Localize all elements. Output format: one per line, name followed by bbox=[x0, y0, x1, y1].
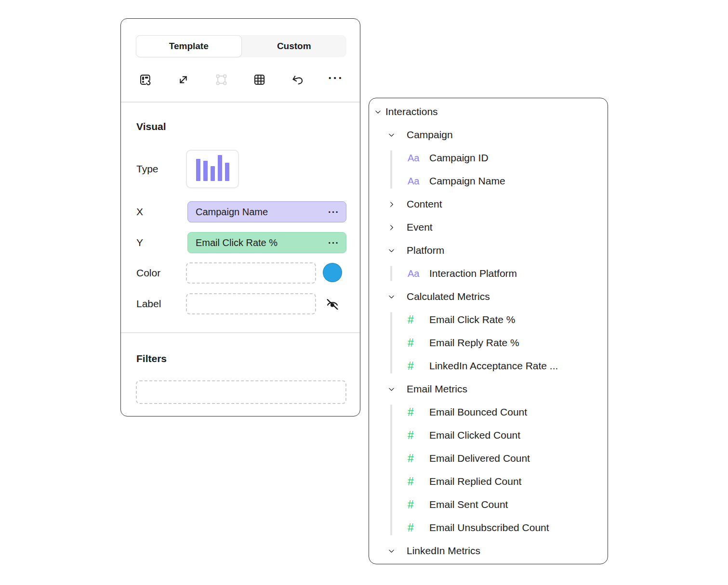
color-swatch[interactable] bbox=[323, 263, 342, 282]
number-field-icon: # bbox=[408, 475, 422, 488]
expand-button[interactable] bbox=[173, 71, 193, 90]
tree-group-campaign[interactable]: Campaign bbox=[369, 123, 608, 146]
eye-off-icon bbox=[325, 297, 340, 313]
undo-icon bbox=[291, 73, 304, 88]
tree-group-email-metrics[interactable]: Email Metrics bbox=[369, 377, 608, 401]
tree-field-email-unsubscribed-count[interactable]: # Email Unsubscribed Count bbox=[369, 516, 608, 539]
tree-field-email-clicked-count[interactable]: # Email Clicked Count bbox=[369, 424, 608, 447]
tree-field-label: Email Click Rate % bbox=[429, 314, 516, 325]
tree-group-label: Content bbox=[407, 198, 442, 210]
tree-group-calculated-metrics[interactable]: Calculated Metrics bbox=[369, 285, 608, 308]
tree-children-calculated-metrics: # Email Click Rate % # Email Reply Rate … bbox=[369, 308, 608, 377]
tree-children-campaign: Aa Campaign ID Aa Campaign Name bbox=[369, 146, 608, 193]
label-field-dropzone[interactable] bbox=[186, 293, 316, 314]
tab-switcher: Template Custom bbox=[136, 35, 346, 57]
tree-group-label: Campaign bbox=[407, 129, 453, 141]
number-field-icon: # bbox=[408, 406, 422, 419]
tree-field-email-reply-rate[interactable]: # Email Reply Rate % bbox=[369, 331, 608, 354]
tree-field-linkedin-acceptance-rate[interactable]: # LinkedIn Acceptance Rate ... bbox=[369, 354, 608, 377]
chevron-down-icon bbox=[386, 385, 396, 393]
fields-tree-panel: Interactions Campaign Aa Campaign ID Aa … bbox=[369, 98, 608, 564]
tree-group-content[interactable]: Content bbox=[369, 193, 608, 216]
tree-field-label: Email Delivered Count bbox=[429, 453, 530, 464]
tree-field-label: Campaign Name bbox=[429, 175, 505, 187]
chevron-down-icon bbox=[373, 108, 383, 116]
tree-group-platform[interactable]: Platform bbox=[369, 239, 608, 262]
tree-group-label: Calculated Metrics bbox=[407, 291, 490, 302]
color-field-dropzone[interactable] bbox=[186, 262, 316, 284]
number-field-icon: # bbox=[408, 452, 422, 465]
swap-visual-icon bbox=[139, 73, 152, 88]
chevron-right-icon bbox=[386, 223, 396, 232]
type-label: Type bbox=[136, 162, 159, 176]
filters-dropzone[interactable] bbox=[136, 380, 346, 404]
y-axis-field-pill[interactable]: Email Click Rate % ··· bbox=[187, 232, 346, 253]
tree-field-email-bounced-count[interactable]: # Email Bounced Count bbox=[369, 401, 608, 424]
tree-group-label: Interactions bbox=[385, 106, 438, 117]
tree-field-label: Email Bounced Count bbox=[429, 406, 527, 418]
text-field-icon: Aa bbox=[408, 268, 422, 279]
filters-section-title: Filters bbox=[136, 352, 167, 365]
tree-field-label: Email Sent Count bbox=[429, 499, 508, 510]
tree-children-linkedin-metrics-clipped bbox=[369, 562, 608, 564]
chevron-down-icon bbox=[386, 547, 396, 555]
color-label: Color bbox=[136, 266, 160, 280]
divider bbox=[121, 102, 360, 103]
y-axis-field-value: Email Click Rate % bbox=[196, 237, 328, 248]
tree-field-email-delivered-count[interactable]: # Email Delivered Count bbox=[369, 447, 608, 470]
tab-custom[interactable]: Custom bbox=[242, 35, 347, 57]
undo-button[interactable] bbox=[288, 71, 307, 90]
canvas: Template Custom bbox=[0, 0, 728, 585]
ellipsis-icon: ··· bbox=[328, 72, 344, 89]
tree-field-label: Email Unsubscribed Count bbox=[429, 522, 549, 533]
divider bbox=[121, 332, 360, 333]
tree-field-email-replied-count[interactable]: # Email Replied Count bbox=[369, 470, 608, 493]
tree-field-label: Interaction Platform bbox=[429, 268, 517, 279]
tree-field-label: Email Clicked Count bbox=[429, 429, 520, 441]
tree-field-interaction-platform[interactable]: Aa Interaction Platform bbox=[369, 262, 608, 285]
tree-children-email-metrics: # Email Bounced Count # Email Clicked Co… bbox=[369, 401, 608, 539]
tree-field-email-click-rate[interactable]: # Email Click Rate % bbox=[369, 308, 608, 331]
tree-children-platform: Aa Interaction Platform bbox=[369, 262, 608, 285]
number-field-icon: # bbox=[408, 313, 422, 326]
number-field-icon: # bbox=[408, 337, 422, 350]
table-icon bbox=[253, 73, 266, 88]
label-label: Label bbox=[136, 297, 161, 311]
tree-group-linkedin-metrics[interactable]: LinkedIn Metrics bbox=[369, 539, 608, 562]
visual-config-panel: Template Custom bbox=[120, 18, 360, 416]
number-field-icon: # bbox=[408, 498, 422, 511]
x-axis-field-pill[interactable]: Campaign Name ··· bbox=[187, 201, 346, 222]
bar-chart-icon bbox=[196, 155, 229, 181]
tree-field-campaign-id[interactable]: Aa Campaign ID bbox=[369, 146, 608, 169]
text-field-icon: Aa bbox=[408, 153, 422, 164]
expand-diagonal-icon bbox=[177, 73, 190, 88]
chevron-right-icon bbox=[386, 200, 396, 208]
tree-field-label: Email Replied Count bbox=[429, 476, 521, 487]
tree-group-interactions[interactable]: Interactions bbox=[369, 100, 608, 123]
tab-template[interactable]: Template bbox=[136, 35, 242, 57]
table-view-button[interactable] bbox=[250, 71, 269, 90]
chevron-down-icon bbox=[386, 293, 396, 301]
tree-group-label: Email Metrics bbox=[407, 383, 467, 395]
tree-field-email-sent-count[interactable]: # Email Sent Count bbox=[369, 493, 608, 516]
tree-group-event[interactable]: Event bbox=[369, 216, 608, 239]
x-axis-field-value: Campaign Name bbox=[196, 207, 328, 218]
chevron-down-icon bbox=[386, 131, 396, 139]
tree-field-campaign-name[interactable]: Aa Campaign Name bbox=[369, 169, 608, 193]
chevron-down-icon bbox=[386, 247, 396, 255]
text-field-icon: Aa bbox=[408, 176, 422, 187]
more-options-button[interactable]: ··· bbox=[326, 71, 345, 90]
toolbar: ··· bbox=[135, 67, 345, 94]
y-axis-label: Y bbox=[136, 236, 143, 249]
swap-visual-button[interactable] bbox=[135, 71, 155, 90]
chart-type-button[interactable] bbox=[186, 150, 239, 188]
x-axis-label: X bbox=[136, 205, 143, 219]
tree-group-label: Event bbox=[407, 221, 433, 233]
x-axis-more-button[interactable]: ··· bbox=[328, 207, 339, 218]
transform-frame-button bbox=[212, 71, 231, 90]
number-field-icon: # bbox=[408, 521, 422, 534]
y-axis-more-button[interactable]: ··· bbox=[328, 237, 339, 248]
visual-section-title: Visual bbox=[136, 120, 166, 133]
fields-tree: Interactions Campaign Aa Campaign ID Aa … bbox=[369, 100, 608, 564]
label-visibility-toggle[interactable] bbox=[324, 297, 341, 313]
